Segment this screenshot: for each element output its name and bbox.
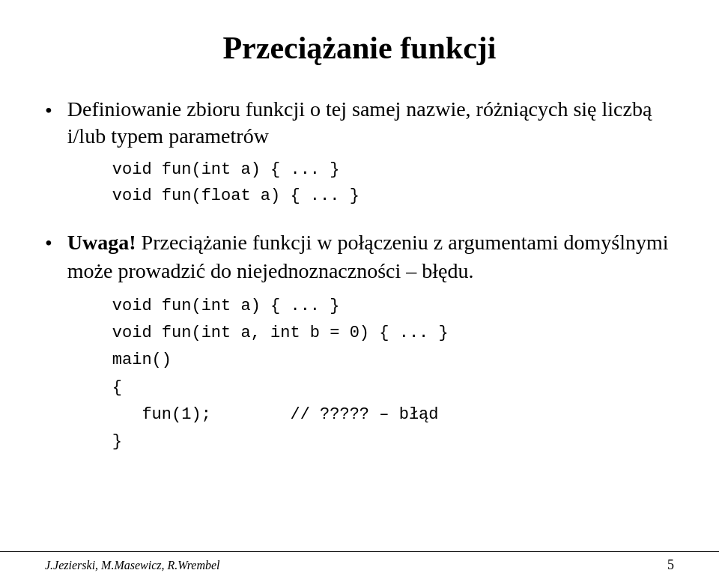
footer: J.Jezierski, M.Masewicz, R.Wrembel 5 — [45, 557, 674, 573]
bullet-dot-2: • — [45, 230, 52, 257]
code-line-2-2: void fun(int a, int b = 0) { ... } — [112, 320, 674, 347]
code-block-1: void fun(int a) { ... } void fun(float a… — [112, 157, 674, 209]
bullet-paragraph-1: Definiowanie zbioru funkcji o tej samej … — [67, 97, 652, 148]
code-line-2-4: { — [112, 375, 674, 401]
code-block-2: void fun(int a) { ... } void fun(int a, … — [112, 293, 674, 456]
code-line-2-1: void fun(int a) { ... } — [112, 293, 674, 320]
code-line-2-6: } — [112, 428, 674, 455]
footer-divider — [0, 551, 719, 552]
footer-authors: J.Jezierski, M.Masewicz, R.Wrembel — [45, 559, 220, 572]
uwaga-body: Przeciążanie funkcji w połączeniu z argu… — [67, 231, 669, 282]
uwaga-label: Uwaga! — [67, 231, 136, 254]
code-line-1-2: void fun(float a) { ... } — [112, 183, 674, 209]
slide-container: Przeciążanie funkcji • Definiowanie zbio… — [0, 0, 719, 588]
code-line-2-3: main() — [112, 347, 674, 374]
bullet-dot-1: • — [45, 97, 52, 124]
bullet-item-1: • Definiowanie zbioru funkcji o tej same… — [45, 96, 674, 215]
footer-page-number: 5 — [667, 557, 674, 573]
bullet-text-2: Uwaga! Przeciążanie funkcji w połączeniu… — [67, 228, 674, 460]
content-area: • Definiowanie zbioru funkcji o tej same… — [45, 96, 674, 551]
uwaga-text: Uwaga! Przeciążanie funkcji w połączeniu… — [67, 231, 669, 282]
bullet-item-2: • Uwaga! Przeciążanie funkcji w połączen… — [45, 228, 674, 460]
bullet-text-1: Definiowanie zbioru funkcji o tej samej … — [67, 96, 674, 215]
code-line-1-1: void fun(int a) { ... } — [112, 157, 674, 183]
code-line-2-5: fun(1); // ????? – błąd — [112, 401, 674, 428]
slide-title: Przeciążanie funkcji — [45, 30, 674, 66]
